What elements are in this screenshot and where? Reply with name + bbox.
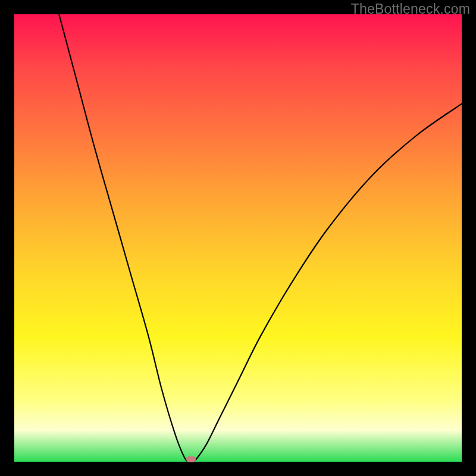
bottleneck-curve [14,14,462,462]
chart-plot-area [14,14,462,462]
watermark-text: TheBottleneck.com [351,1,470,17]
minimum-marker [186,456,196,462]
